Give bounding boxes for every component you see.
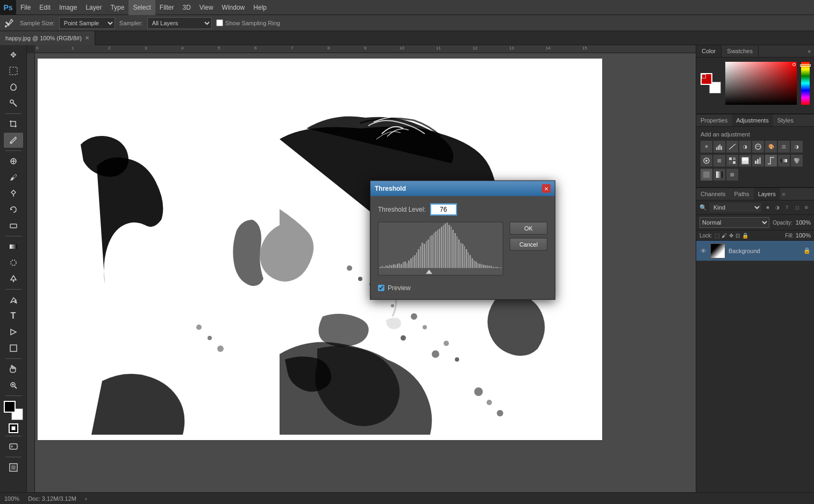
menu-3d[interactable]: 3D (178, 0, 195, 15)
layers-kind-filter[interactable]: Kind (709, 203, 761, 212)
filter-smart-icon[interactable]: ⊛ (802, 203, 811, 212)
menu-file[interactable]: File (16, 0, 35, 15)
dialog-titlebar[interactable]: Threshold ✕ (370, 181, 555, 196)
vibrance-adj-icon[interactable] (752, 141, 764, 153)
layer-item-background[interactable]: 👁 Background 🔒 (696, 241, 814, 261)
path-selection-tool[interactable] (4, 325, 23, 340)
selective-color-adj-icon[interactable] (791, 155, 803, 167)
menu-image[interactable]: Image (55, 0, 81, 15)
filter-shape-icon[interactable]: ◻ (792, 203, 801, 212)
status-arrow[interactable]: › (85, 495, 87, 502)
invert-adj-icon[interactable] (739, 155, 751, 167)
layers-panel-arrow[interactable]: ≡ (780, 191, 788, 197)
filter-type-icon[interactable]: T (783, 203, 791, 212)
clone-tool[interactable] (4, 186, 23, 201)
marquee-tool[interactable] (4, 63, 23, 78)
tab-color[interactable]: Color (696, 45, 722, 57)
eraser-tool[interactable] (4, 218, 23, 233)
history-brush-tool[interactable] (4, 202, 23, 217)
sampler-select[interactable]: All Layers Current Layer (147, 17, 212, 29)
svg-point-17 (11, 445, 13, 448)
color-picker-handle[interactable] (792, 63, 796, 66)
filter-pixel-icon[interactable]: ■ (763, 203, 772, 212)
menu-filter[interactable]: Filter (155, 0, 178, 15)
menu-select[interactable]: Select (128, 0, 155, 15)
hsl-adj-icon[interactable]: 🎨 (765, 141, 777, 153)
blur-tool[interactable] (4, 255, 23, 270)
quick-mask-btn[interactable] (4, 439, 23, 454)
ok-button[interactable]: OK (510, 222, 547, 235)
lock-image-icon[interactable]: 🖌 (722, 233, 727, 239)
sample-size-select[interactable]: Point Sample 3 by 3 Average 5 by 5 Avera… (59, 17, 115, 29)
tab-layers[interactable]: Layers (754, 188, 780, 200)
canvas-container[interactable] (35, 53, 696, 492)
tab-paths[interactable]: Paths (730, 188, 753, 200)
tab-swatches[interactable]: Swatches (722, 45, 759, 57)
tab-adjustments[interactable]: Adjustments (732, 114, 773, 126)
exposure-adj-icon[interactable]: ◑ (739, 141, 751, 153)
photo-filter-adj-icon[interactable] (701, 155, 712, 167)
gradient-tool[interactable] (4, 239, 23, 254)
toolbar-divider-7 (5, 436, 22, 436)
eyedropper-tool[interactable] (4, 133, 23, 148)
tab-styles[interactable]: Styles (773, 114, 798, 126)
top-ruler: 0 1 2 3 4 5 6 7 8 9 10 11 12 13 14 15 (35, 45, 696, 53)
gradient-map-adj-icon[interactable] (778, 155, 790, 167)
screen-mode-btn[interactable] (4, 460, 23, 475)
document-tab[interactable]: happy.jpg @ 100% (RGB/8#) ✕ (0, 31, 95, 45)
magic-wand-tool[interactable] (4, 96, 23, 111)
zoom-tool[interactable] (4, 378, 23, 393)
color-panel-collapse[interactable]: » (804, 46, 814, 56)
menu-layer[interactable]: Layer (81, 0, 106, 15)
color-gradient-picker[interactable] (725, 62, 797, 105)
shape-tool[interactable] (4, 341, 23, 356)
foreground-color-swatch[interactable] (4, 401, 16, 413)
menu-edit[interactable]: Edit (35, 0, 55, 15)
tab-channels[interactable]: Channels (696, 188, 730, 200)
brush-tool[interactable]: 🖌 (4, 170, 23, 185)
channel-mixer-adj-icon[interactable]: ⊞ (713, 155, 725, 167)
preview-checkbox[interactable] (378, 285, 384, 291)
crop-tool[interactable] (4, 117, 23, 132)
healing-brush-tool[interactable] (4, 154, 23, 169)
menu-type[interactable]: Type (106, 0, 128, 15)
type-tool[interactable]: T (4, 308, 23, 323)
threshold-adj-icon[interactable] (765, 155, 777, 167)
document-tab-close[interactable]: ✕ (85, 35, 89, 41)
levels-adj-icon[interactable] (713, 141, 725, 153)
threshold-level-input[interactable] (430, 204, 457, 215)
lock-transparent-icon[interactable]: ⬚ (715, 233, 719, 239)
bw-adj-icon[interactable]: ◑ (791, 141, 803, 153)
lock-artboard-icon[interactable]: ⊡ (736, 233, 740, 239)
lock-all-icon[interactable]: 🔒 (742, 233, 748, 239)
dialog-close-button[interactable]: ✕ (542, 184, 551, 193)
switch-colors-icon[interactable] (702, 74, 706, 78)
cancel-button[interactable]: Cancel (510, 238, 547, 251)
color-balance-adj-icon[interactable]: ⚖ (778, 141, 790, 153)
menu-view[interactable]: View (195, 0, 218, 15)
lasso-tool[interactable] (4, 80, 23, 95)
gradient-fill-adj-icon[interactable] (713, 169, 725, 181)
show-sampling-ring-label[interactable]: Show Sampling Ring (216, 19, 280, 26)
dodge-tool[interactable] (4, 271, 23, 286)
color-lookup-adj-icon[interactable] (726, 155, 738, 167)
tab-properties[interactable]: Properties (696, 114, 732, 126)
blend-mode-select[interactable]: Normal (699, 217, 769, 228)
default-colors-btn[interactable] (9, 423, 18, 433)
brightness-adj-icon[interactable]: ☀ (701, 141, 712, 153)
layer-visibility-icon[interactable]: 👁 (699, 247, 707, 255)
filter-adj-icon[interactable]: ◑ (773, 203, 782, 212)
hand-tool[interactable] (4, 362, 23, 377)
show-sampling-ring-checkbox[interactable] (216, 19, 223, 26)
histogram-arrow[interactable] (426, 270, 432, 274)
curves-adj-icon[interactable] (726, 141, 738, 153)
move-tool[interactable]: ✥ (4, 47, 23, 62)
menu-help[interactable]: Help (249, 0, 271, 15)
posterize-adj-icon[interactable] (752, 155, 764, 167)
hue-slider[interactable] (801, 62, 810, 105)
pen-tool[interactable] (4, 292, 23, 307)
menu-window[interactable]: Window (218, 0, 249, 15)
lock-position-icon[interactable]: ✥ (729, 233, 733, 239)
solid-color-adj-icon[interactable] (701, 169, 712, 181)
pattern-fill-adj-icon[interactable]: ⊞ (726, 169, 738, 181)
